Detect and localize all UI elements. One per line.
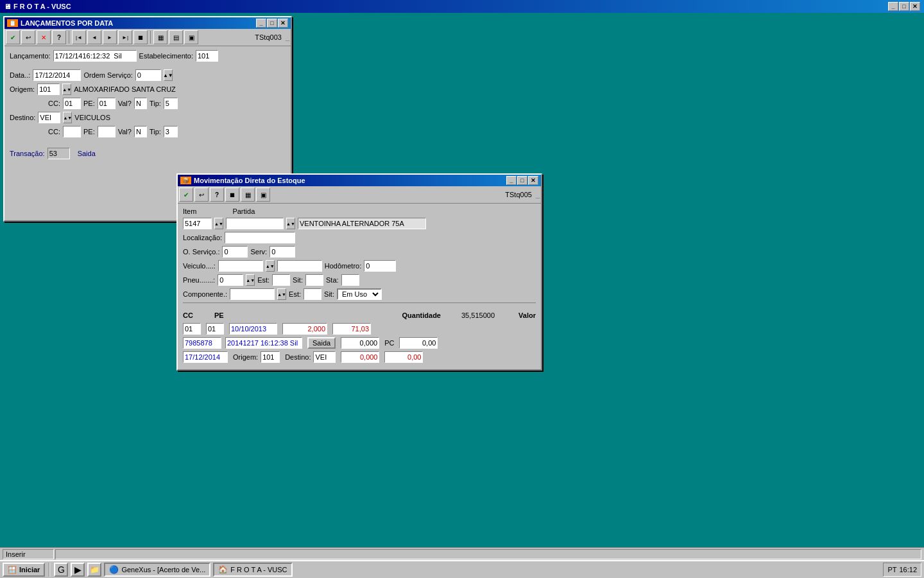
saida-btn[interactable]: Saida [307,337,336,349]
sit2-label: Sit: [324,290,334,298]
lancamentos-title-bar: 📋 LANÇAMENTOS POR DATA _ □ ✕ [4,17,291,29]
w2-confirm-btn[interactable]: ✔ [179,188,193,202]
w1-first-btn[interactable]: |◄ [72,30,86,44]
media-btn[interactable]: ▶ [71,563,85,577]
genexus-icon: 🔵 [109,565,119,574]
tip2-input[interactable] [164,126,178,137]
w2-detail-btn[interactable]: ▣ [256,188,270,202]
valor-row2-input[interactable] [399,337,438,349]
componente-input[interactable] [230,288,275,300]
w2-restore[interactable]: □ [517,176,527,185]
w1-restore[interactable]: □ [267,19,277,28]
pneu-spin[interactable]: ▲▼ [246,274,255,286]
folder-btn[interactable]: 📁 [87,563,101,577]
date2-row2-input[interactable] [225,337,302,349]
w1-last-btn[interactable]: ►| [118,30,132,44]
estabelecimento-input[interactable] [196,50,218,62]
sit2-select[interactable]: Em Uso [337,288,382,300]
start-button[interactable]: 🪟 Iniciar [3,563,45,577]
valor-row1-input[interactable] [332,323,371,335]
qty-row2-input[interactable] [341,337,379,349]
val-input[interactable] [134,98,147,109]
componente-spin[interactable]: ▲▼ [277,288,286,300]
destino-row3-input[interactable] [313,351,336,363]
w1-undo-btn[interactable]: ↩ [21,30,35,44]
hodometro-input[interactable] [364,260,396,272]
val2-input[interactable] [134,126,147,137]
restore-btn[interactable]: □ [899,2,909,11]
data-input[interactable] [33,69,81,81]
w2-grid-btn[interactable]: ▦ [241,188,255,202]
cc-row1-input[interactable] [183,323,201,335]
data-label: Data..: [10,71,30,79]
date-row3-input[interactable] [183,351,228,363]
taskbar-frota[interactable]: 🏠 F R O T A - VUSC [213,563,292,577]
pe-input[interactable] [98,98,116,109]
main-app-icon: 🖥 [4,3,11,10]
pe2-input[interactable] [98,126,116,137]
w1-prev-btn[interactable]: ◄ [87,30,101,44]
data-row: Data..: Ordem Serviço: ▲▼ [10,69,286,81]
ref-row2-input[interactable] [183,337,221,349]
lancamento-input[interactable] [53,50,137,62]
w2-help-btn[interactable]: ? [210,188,224,202]
ordem-servico-spin[interactable]: ▲▼ [164,69,173,81]
ordem-servico-input[interactable] [135,69,161,81]
minimize-btn[interactable]: _ [888,2,898,11]
partida-input[interactable] [226,218,284,229]
est-input[interactable] [272,274,290,286]
serv-input[interactable] [270,246,295,258]
item-spin[interactable]: ▲▼ [214,218,223,229]
cc-input[interactable] [63,98,81,109]
sit-input[interactable] [305,274,323,286]
w1-close[interactable]: ✕ [278,19,288,28]
chrome-btn[interactable]: G [54,563,68,577]
veiculo-desc-input[interactable] [277,260,322,272]
destino-spin[interactable]: ▲▼ [63,112,72,123]
veiculo-input[interactable] [218,260,263,272]
pc-label: PC [384,339,394,347]
qty-row3-input[interactable] [341,351,379,363]
partida-spin[interactable]: ▲▼ [286,218,295,229]
localizacao-input[interactable] [225,232,295,243]
qty-row1-input[interactable] [282,323,327,335]
w1-stop-btn[interactable]: ⏹ [133,30,148,44]
componente-row: Componente.: ▲▼ Est: Sit: Em Uso [183,288,536,300]
w1-help-btn[interactable]: ? [52,30,66,44]
frota-label: F R O T A - VUSC [230,566,287,574]
w1-minimize[interactable]: _ [256,19,266,28]
origem-spin[interactable]: ▲▼ [62,83,71,95]
est2-input[interactable] [304,288,321,300]
w1-cancel-btn[interactable]: ✕ [37,30,51,44]
w2-minimize[interactable]: _ [506,176,517,185]
oservico-input[interactable] [222,246,248,258]
w1-detail-btn[interactable]: ▣ [184,30,198,44]
valor-row3-input[interactable] [384,351,423,363]
media-icon: ▶ [74,565,81,575]
destino-input[interactable] [38,112,60,123]
w1-next-btn[interactable]: ► [103,30,117,44]
transacao-input[interactable] [47,148,70,159]
sta-input[interactable] [341,274,359,286]
tip-input[interactable] [164,98,178,109]
w1-grid-btn[interactable]: ▦ [153,30,167,44]
date-row1-input[interactable] [229,323,277,335]
origem-row3-input[interactable] [261,351,280,363]
table-row-1 [183,323,536,335]
taskbar: 🪟 Iniciar G ▶ 📁 🔵 GeneXus - [Acerto de V… [0,560,924,578]
pneu-input[interactable] [218,274,243,286]
ccpe2-row: CC: PE: Val? Tip: [10,126,286,137]
pe-row1-input[interactable] [206,323,224,335]
origem-input[interactable] [37,83,60,95]
taskbar-genexus[interactable]: 🔵 GeneXus - [Acerto de Ve... [104,563,210,577]
w1-list-btn[interactable]: ▤ [169,30,183,44]
movimentacao-icon: 📦 [180,177,191,184]
w2-stop-btn[interactable]: ⏹ [225,188,239,202]
w2-undo-btn[interactable]: ↩ [194,188,209,202]
w1-confirm-btn[interactable]: ✔ [6,30,20,44]
cc2-input[interactable] [63,126,81,137]
veiculo-spin[interactable]: ▲▼ [266,260,275,272]
w2-close[interactable]: ✕ [528,176,538,185]
close-btn[interactable]: ✕ [910,2,920,11]
item-input[interactable] [183,218,212,229]
